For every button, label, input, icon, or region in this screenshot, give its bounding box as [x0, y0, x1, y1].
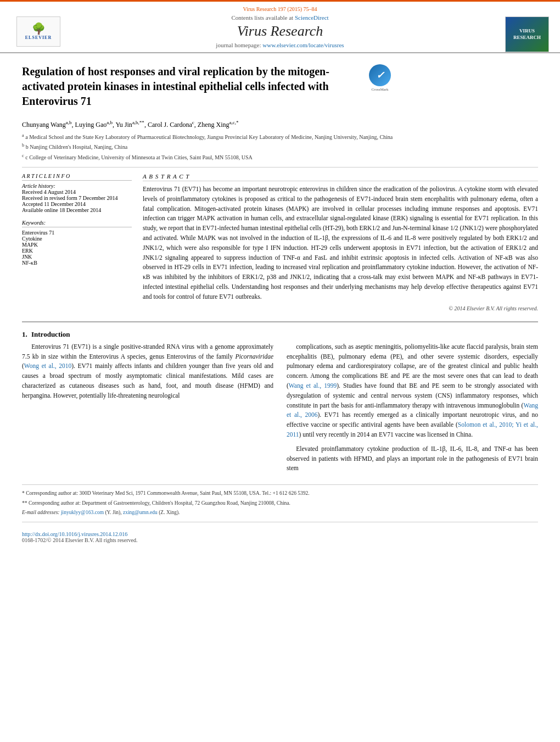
- elsevier-logo: 🌳 ELSEVIER: [11, 14, 66, 48]
- keyword-4: ERK: [22, 248, 132, 254]
- crossmark-text: CrossMark: [369, 87, 391, 92]
- crossmark-icon: ✓: [369, 64, 391, 86]
- article-info-label: A R T I C L E I N F O: [22, 173, 132, 181]
- email-jin-link[interactable]: jinyuklyy@163.com: [61, 510, 104, 515]
- two-column-info-abstract: A R T I C L E I N F O Article history: R…: [22, 173, 538, 311]
- revised-date: Received in revised form 7 December 2014: [22, 195, 132, 201]
- journal-name-center: Contents lists available at ScienceDirec…: [66, 14, 494, 52]
- accepted-date: Accepted 11 December 2014: [22, 201, 132, 207]
- received-date: Received 4 August 2014: [22, 189, 132, 195]
- authors: Chunyang Wanga,b, Luying Gaoa,b, Yu Jina…: [22, 120, 538, 129]
- virus-research-logo-container: VIRUSRESEARCH: [494, 14, 549, 52]
- elsevier-tree-icon: 🌳: [32, 23, 46, 34]
- footnote-star1: * Corresponding author at: 300D Veterina…: [22, 489, 538, 497]
- contents-line: Contents lists available at ScienceDirec…: [66, 14, 494, 21]
- doi-issn-section: http://dx.doi.org/10.1016/j.virusres.201…: [22, 522, 538, 543]
- affiliations: a a Medical School and the State Key Lab…: [22, 132, 538, 161]
- journal-volume: Virus Research 197 (2015) 75–84: [11, 6, 549, 12]
- intro-right-text-1: complications, such as aseptic meningiti…: [287, 342, 538, 440]
- solomon-2010-link[interactable]: Solomon et al., 2010; Yi et al., 2011: [287, 421, 538, 438]
- elsevier-text: ELSEVIER: [25, 35, 52, 40]
- keywords-section: Keywords: Enterovirus 71 Cytokine MAPK E…: [22, 220, 132, 266]
- issn-line: 0168-1702/© 2014 Elsevier B.V. All right…: [22, 537, 538, 543]
- abstract-label: A B S T R A C T: [143, 173, 538, 181]
- divider-affiliations: [22, 167, 538, 168]
- article-title: Regulation of host responses and viral r…: [22, 64, 362, 109]
- homepage-line: journal homepage: www.elsevier.com/locat…: [66, 42, 494, 48]
- doi-line: http://dx.doi.org/10.1016/j.virusres.201…: [22, 531, 538, 537]
- wang-2006-link[interactable]: Wang et al., 2006: [287, 402, 538, 419]
- elsevier-logo-box: 🌳 ELSEVIER: [16, 16, 60, 47]
- keyword-6: NF-κB: [22, 260, 132, 266]
- keyword-3: MAPK: [22, 242, 132, 248]
- sciencedirect-link[interactable]: ScienceDirect: [295, 14, 329, 21]
- abstract-text: Enterovirus 71 (EV71) has become an impo…: [143, 185, 538, 302]
- footnote-email: E-mail addresses: jinyuklyy@163.com (Y. …: [22, 509, 538, 516]
- footnote-star2: ** Corresponding author at: Department o…: [22, 499, 538, 507]
- introduction-section: Enterovirus 71 (EV71) is a single positi…: [22, 342, 538, 474]
- keyword-2: Cytokine: [22, 236, 132, 242]
- main-divider: [22, 321, 538, 322]
- homepage-url[interactable]: www.elsevier.com/locate/virusres: [262, 42, 344, 48]
- article-history-label: Article history:: [22, 183, 132, 189]
- copyright-line: © 2014 Elsevier B.V. All rights reserved…: [143, 305, 538, 311]
- page: Virus Research 197 (2015) 75–84 🌳 ELSEVI…: [0, 0, 560, 742]
- keywords-label: Keywords:: [22, 220, 132, 227]
- intro-right-column: complications, such as aseptic meningiti…: [287, 342, 538, 474]
- crossmark-container: ✓ CrossMark: [369, 64, 391, 92]
- intro-left-column: Enterovirus 71 (EV71) is a single positi…: [22, 342, 273, 474]
- wang-2010-link[interactable]: Wong et al., 2010: [24, 362, 71, 369]
- journal-title: Virus Research: [66, 23, 494, 40]
- intro-right-text-2: Elevated proinflammatory cytokine produc…: [287, 444, 538, 473]
- available-date: Available online 18 December 2014: [22, 207, 132, 213]
- introduction-heading: 1. Introduction: [22, 330, 538, 339]
- keyword-1: Enterovirus 71: [22, 230, 132, 236]
- abstract-section: A B S T R A C T Enterovirus 71 (EV71) ha…: [143, 173, 538, 311]
- doi-link[interactable]: http://dx.doi.org/10.1016/j.virusres.201…: [22, 531, 127, 537]
- footnotes-section: * Corresponding author at: 300D Veterina…: [22, 484, 538, 516]
- article-info-section: A R T I C L E I N F O Article history: R…: [22, 173, 132, 213]
- article-content: Regulation of host responses and viral r…: [0, 53, 560, 554]
- wang-1999-link[interactable]: Wang et al., 1999: [289, 382, 337, 389]
- header: Virus Research 197 (2015) 75–84 🌳 ELSEVI…: [0, 2, 560, 53]
- virus-research-logo: VIRUSRESEARCH: [505, 16, 549, 52]
- article-info-column: A R T I C L E I N F O Article history: R…: [22, 173, 132, 311]
- email-xing-link[interactable]: zxing@umn.edu: [123, 510, 158, 515]
- intro-left-text: Enterovirus 71 (EV71) is a single positi…: [22, 342, 273, 401]
- keyword-5: JNK: [22, 254, 132, 260]
